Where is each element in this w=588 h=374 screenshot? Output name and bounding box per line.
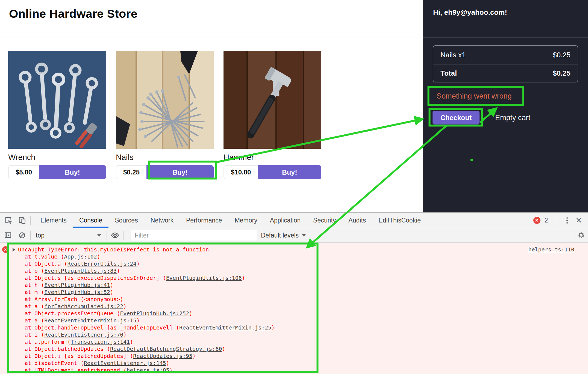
stack-frame-link[interactable]: ReactEventListener.js:145 xyxy=(84,360,166,366)
stack-frame: at Object.handleTopLevel [as _handleTopL… xyxy=(25,324,275,331)
product-price: $10.00 xyxy=(224,165,258,179)
default-levels-label: Default levels xyxy=(261,232,299,239)
cart-total-price: $0.25 xyxy=(553,69,571,78)
stack-frame-link[interactable]: ReactEventEmitterMixin.js:25 xyxy=(179,324,271,331)
stack-frame: at a (ReactEventEmitterMixin.js:15) xyxy=(25,317,275,324)
device-toolbar-icon[interactable] xyxy=(17,216,27,225)
devtools-tabs: Elements Console Sources Network Perform… xyxy=(34,213,427,228)
cart-item-label: Nails x1 xyxy=(440,51,466,59)
cart-total-label: Total xyxy=(440,69,457,78)
toolbar-separator xyxy=(573,231,573,240)
cart-table: Nails x1 $0.25 Total $0.25 xyxy=(433,45,578,82)
product-name: Nails xyxy=(116,153,214,162)
error-count-icon[interactable]: ✕ xyxy=(533,217,540,224)
chevron-down-icon xyxy=(97,234,101,237)
devtools-panel: Elements Console Sources Network Perform… xyxy=(0,212,588,374)
stack-frame-link[interactable]: EventPluginHub.js:41 xyxy=(44,282,110,288)
stack-frame: at Object.s [as executeDispatchesInOrder… xyxy=(25,274,275,281)
stack-frame: at Object.processEventQueue (EventPlugin… xyxy=(25,310,275,317)
stack-frame: at Object.a (ReactErrorUtils.js:24) xyxy=(25,260,275,267)
cart-sidebar: Hi, eh9y@yahoo.com! Nails x1 $0.25 Total… xyxy=(423,0,588,212)
stack-frame: at t.value (App.js:102) xyxy=(25,253,275,260)
devtools-tab[interactable]: Network xyxy=(144,213,180,228)
devtools-tab[interactable]: Memory xyxy=(228,213,264,228)
product-card-nails: Nails $0.25 Buy! xyxy=(116,51,214,179)
devtools-tab[interactable]: EditThisCookie xyxy=(372,213,427,228)
stack-frame: at a.perform (Transaction.js:141) xyxy=(25,338,275,345)
stack-frame-link[interactable]: App.js:102 xyxy=(64,253,97,260)
stack-frame-link[interactable]: helpers.ts:85 xyxy=(127,367,169,373)
stack-frame-link[interactable]: forEachAccumulated.js:22 xyxy=(44,303,123,310)
buy-button-hammer[interactable]: Buy! xyxy=(258,165,321,179)
error-icon: ✕ xyxy=(2,246,9,253)
stack-trace: at t.value (App.js:102) at Object.a (Rea… xyxy=(25,253,275,374)
stack-frame: at m (EventPluginHub.js:52) xyxy=(25,289,275,296)
default-levels-dropdown[interactable]: Default levels xyxy=(261,232,306,239)
cart-items: Nails x1 $0.25 xyxy=(433,46,578,64)
stack-frame-link[interactable]: ReactUpdates.js:95 xyxy=(133,353,192,359)
frame-context-value: top xyxy=(36,232,45,239)
stack-frame: at Array.forEach (<anonymous>) xyxy=(25,296,275,303)
more-options-icon[interactable] xyxy=(564,216,571,225)
stack-frame-link[interactable]: Transaction.js:141 xyxy=(71,339,130,345)
product-card-wrench: Wrench $5.00 Buy! xyxy=(8,51,106,179)
clear-console-icon[interactable] xyxy=(17,231,27,240)
product-card-hammer: Hammer $10.00 Buy! xyxy=(224,51,321,179)
stack-frame: at HTMLDocument.sentryWrapped (helpers.t… xyxy=(25,367,275,374)
cart-item-price: $0.25 xyxy=(553,51,571,59)
chevron-down-icon xyxy=(302,234,306,237)
console-toolbar: top Default levels xyxy=(0,228,588,243)
buy-button-nails[interactable]: Buy! xyxy=(146,165,214,179)
storefront: Online Hardware Store xyxy=(0,0,423,212)
devtools-tab[interactable]: Performance xyxy=(180,213,228,228)
stack-frame-link[interactable]: ReactEventListener.js:70 xyxy=(44,331,123,338)
frame-context-selector[interactable]: top xyxy=(34,232,103,239)
product-image-nails xyxy=(116,51,214,149)
stack-frame-link[interactable]: EventPluginHub.js:52 xyxy=(44,289,110,295)
devtools-tab[interactable]: Console xyxy=(73,213,108,228)
filter-input[interactable] xyxy=(131,230,257,241)
console-sidebar-icon[interactable] xyxy=(3,231,13,240)
devtools-tab-label: Audits xyxy=(348,217,366,224)
stack-frame-link[interactable]: ReactErrorUtils.js:24 xyxy=(67,260,137,267)
devtools-tab-label: Application xyxy=(270,217,301,224)
user-greeting: Hi, eh9y@yahoo.com! xyxy=(433,8,507,17)
devtools-tab-label: EditThisCookie xyxy=(378,217,421,224)
empty-cart-button[interactable]: Empty cart xyxy=(495,111,530,124)
toolbar-separator xyxy=(30,216,31,225)
live-expression-eye-icon[interactable] xyxy=(110,231,120,240)
settings-gear-icon[interactable] xyxy=(577,231,586,240)
disclosure-triangle-icon[interactable] xyxy=(13,248,15,252)
cart-item-row: Nails x1 $0.25 xyxy=(433,46,578,64)
cart-total-row: Total $0.25 xyxy=(433,64,578,82)
stack-frame: at o (EventPluginUtils.js:83) xyxy=(25,267,275,274)
inspect-element-icon[interactable] xyxy=(4,216,13,225)
buy-button-wrench[interactable]: Buy! xyxy=(39,165,106,179)
stack-frame-link[interactable]: ReactDefaultBatchingStrategy.js:60 xyxy=(110,346,222,352)
stack-frame: at dispatchEvent (ReactEventListener.js:… xyxy=(25,360,275,367)
stack-frame-link[interactable]: EventPluginUtils.js:106 xyxy=(166,275,242,281)
devtools-tab-label: Elements xyxy=(40,217,67,224)
stack-frame-link[interactable]: ReactEventEmitterMixin.js:15 xyxy=(44,317,136,324)
product-price: $0.25 xyxy=(116,165,146,179)
sidebar-divider xyxy=(423,37,588,38)
close-devtools-icon[interactable]: ✕ xyxy=(575,216,583,225)
devtools-tab-label: Memory xyxy=(235,217,257,224)
devtools-tab-label: Console xyxy=(79,217,102,224)
devtools-tab[interactable]: Sources xyxy=(108,213,144,228)
devtools-tabbar: Elements Console Sources Network Perform… xyxy=(0,213,588,228)
stack-frame-link[interactable]: EventPluginUtils.js:83 xyxy=(44,268,117,274)
devtools-tab-label: Security xyxy=(313,217,336,224)
devtools-tab[interactable]: Audits xyxy=(342,213,372,228)
devtools-tab-label: Sources xyxy=(115,217,138,224)
stack-frame: at i (ReactEventListener.js:70) xyxy=(25,331,275,338)
console-source-link[interactable]: helpers.ts:110 xyxy=(528,246,574,253)
devtools-tab[interactable]: Application xyxy=(264,213,307,228)
devtools-tab[interactable]: Security xyxy=(307,213,342,228)
stack-frame: at a (forEachAccumulated.js:22) xyxy=(25,303,275,310)
checkout-button[interactable]: Checkout xyxy=(433,111,480,124)
checkout-error-message: Something went wrong xyxy=(437,92,512,100)
devtools-tab[interactable]: Elements xyxy=(34,213,73,228)
console-output: ✕ Uncaught TypeError: this.myCodeIsPerfe… xyxy=(0,243,588,374)
stack-frame-link[interactable]: EventPluginHub.js:252 xyxy=(120,310,189,317)
